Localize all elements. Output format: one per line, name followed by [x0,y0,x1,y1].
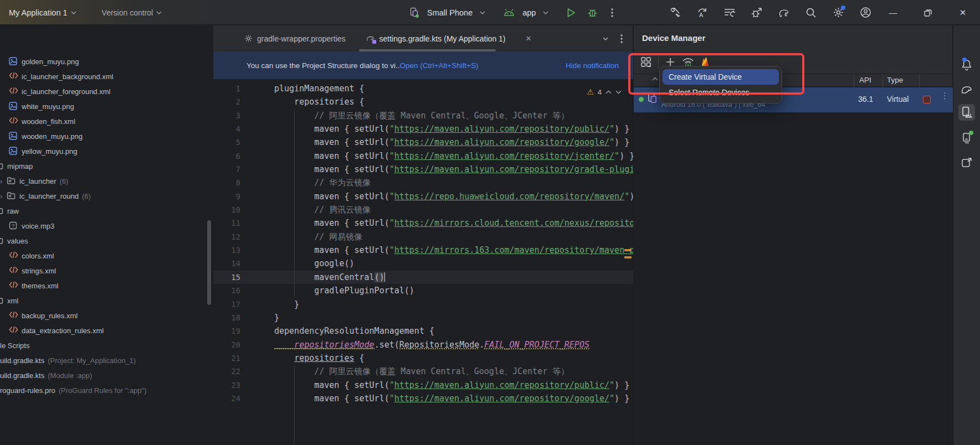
code-line[interactable]: 20 repositoriesMode.set(RepositoriesMode… [213,338,633,351]
warning-stripe-mark[interactable] [624,256,632,258]
device-selector[interactable]: Small Phone [403,4,490,22]
caret [384,272,386,282]
editor-options-kebab-icon[interactable] [620,34,623,43]
device-kebab-icon[interactable]: ⋮ [941,94,946,97]
code-line[interactable]: 24 maven { setUrl("https://maven.aliyun.… [213,392,633,405]
code-line[interactable]: 13 maven { setUrl("https://mirrors.163.c… [213,244,633,257]
tree-item[interactable]: strings.xml [0,263,213,278]
tree-item[interactable]: ic_launcher_background.xml [0,69,213,84]
code-editor[interactable]: 1pluginManagement {2 repositories {3 // … [213,79,633,445]
code-line[interactable]: 19dependencyResolutionManagement { [213,324,633,338]
attach-debugger-icon[interactable] [751,7,763,19]
tree-item[interactable]: data_extraction_rules.xml [0,323,213,338]
menu-item-create-virtual-device[interactable]: Create Virtual Device [663,69,779,85]
add-device-icon[interactable] [665,57,675,67]
tree-item[interactable]: wooden_muyu.png [0,129,213,144]
run-button[interactable] [565,7,577,19]
tree-item[interactable]: mipmap [0,159,213,174]
code-line[interactable]: 22 // 阿里云镜像（覆盖 Maven Central、Google、JCen… [213,365,633,378]
category-view-icon[interactable] [640,56,651,68]
code-line[interactable]: 12 // 网易镜像 [213,230,633,244]
search-icon[interactable] [805,7,817,19]
tree-item[interactable]: ic_launcher_foreground.xml [0,84,213,99]
warning-stripe-mark[interactable] [624,249,632,251]
run-configuration-selector[interactable]: app [499,4,553,22]
settings-icon[interactable] [832,7,844,19]
code-line[interactable]: 17 } [213,298,633,311]
tree-item[interactable]: values [0,234,213,249]
tree-item[interactable]: wooden_fish.xml [0,114,213,129]
device-explorer-icon[interactable] [958,154,975,171]
notification-open-link[interactable]: Open (Ctrl+Alt+Shift+S) [399,61,478,70]
tree-item-label: backup_rules.xml [22,312,78,320]
image-icon [9,147,18,156]
code-line[interactable]: 9 maven { setUrl("https://repo.huaweiclo… [213,190,633,203]
code-line[interactable]: 14 google() [213,257,633,270]
code-line[interactable]: 1pluginManagement { [213,82,633,95]
inspections-widget[interactable]: ⚠ 4 [587,87,622,96]
tree-item[interactable]: golden_muyu.png [0,54,213,69]
account-icon[interactable] [859,7,871,19]
code-line[interactable]: 2 repositories { [213,95,633,108]
code-line[interactable]: 18} [213,311,633,324]
hide-notification-link[interactable]: Hide notification [566,61,619,70]
prev-warning-chevron-icon[interactable] [606,90,612,94]
profiler-icon[interactable] [724,7,736,19]
build-icon[interactable] [669,7,681,19]
gradle-sync-icon[interactable] [778,7,790,19]
tree-item[interactable]: le Scripts [0,338,213,353]
tree-item[interactable]: xml [0,293,213,308]
tab-settings-gradle-kts[interactable]: settings.gradle.kts (My Application 1) ✕ [356,25,542,51]
code-line[interactable]: 8 // 华为云镜像 [213,176,633,189]
more-actions-kebab-icon[interactable] [606,7,618,19]
code-line[interactable]: 11 maven { setUrl("https://mirrors.cloud… [213,216,633,230]
tree-item[interactable]: roguard-rules.pro(ProGuard Rules for ":a… [0,383,213,398]
column-type[interactable]: Type [887,76,903,84]
notifications-icon[interactable] [958,56,975,73]
code-lines: 1pluginManagement {2 repositories {3 // … [213,82,633,405]
tree-item[interactable]: uild.gradle.kts(Module :app) [0,368,213,383]
tree-item[interactable]: backup_rules.xml [0,308,213,323]
tree-item[interactable]: ›ic_launcher_round(6) [0,189,213,204]
menu-item-select-remote-devices[interactable]: Select Remote Devices [663,85,779,100]
code-line[interactable]: 23 maven { setUrl("https://maven.aliyun.… [213,379,633,392]
debug-button[interactable] [586,7,598,19]
stop-device-button[interactable] [923,96,931,104]
tree-item[interactable]: themes.xml [0,278,213,293]
code-line[interactable]: 4 maven { setUrl("https://maven.aliyun.c… [213,122,633,136]
restore-button[interactable] [919,4,937,21]
tree-item[interactable]: white_muyu.png [0,99,213,114]
code-line[interactable]: 15 mavenCentral() [213,271,633,284]
tree-item[interactable]: raw [0,204,213,219]
pair-devices-wifi-icon[interactable] [682,58,694,66]
tree-item[interactable]: ›ic_launcher(6) [0,174,213,189]
expand-chevron-icon[interactable]: › [0,192,7,200]
project-menu[interactable]: My Application 1 [4,6,81,20]
sort-chevron-icon[interactable] [652,77,658,81]
sidebar-scrollbar[interactable] [207,220,211,305]
tree-item[interactable]: ?voice.mp3 [0,219,213,234]
gradle-tool-icon[interactable] [958,81,975,98]
tree-item[interactable]: uild.gradle.kts(Project: My_Application_… [0,353,213,368]
version-control-menu[interactable]: Version control [85,6,167,20]
code-line[interactable]: 16 gradlePluginPortal() [213,284,633,297]
minimize-button[interactable]: — [884,4,902,21]
device-manager-tool-icon[interactable] [958,104,975,121]
expand-chevron-icon[interactable]: › [0,177,7,185]
tab-list-chevron-icon[interactable] [603,37,608,40]
tab-close-icon[interactable]: ✕ [526,34,532,43]
code-line[interactable]: 21 repositories { [213,351,633,365]
tree-item[interactable]: colors.xml [0,249,213,263]
next-warning-chevron-icon[interactable] [615,90,622,94]
code-line[interactable]: 7 maven { setUrl("https://maven.aliyun.c… [213,163,633,176]
apply-changes-icon[interactable]: A [696,7,709,19]
tree-item[interactable]: yellow_muyu.png [0,144,213,159]
running-devices-icon[interactable] [958,130,975,146]
code-line[interactable]: 10 // 腾讯云镜像 [213,203,633,216]
code-line[interactable]: 3 // 阿里云镜像（覆盖 Maven Central、Google、JCent… [213,109,633,122]
code-line[interactable]: 5 maven { setUrl("https://maven.aliyun.c… [213,136,633,149]
column-api[interactable]: API [859,76,871,84]
close-button[interactable]: ✕ [953,4,972,21]
tab-gradle-wrapper-properties[interactable]: gradle-wrapper.properties [234,25,356,51]
code-line[interactable]: 6 maven { setUrl("https://maven.aliyun.c… [213,149,633,163]
